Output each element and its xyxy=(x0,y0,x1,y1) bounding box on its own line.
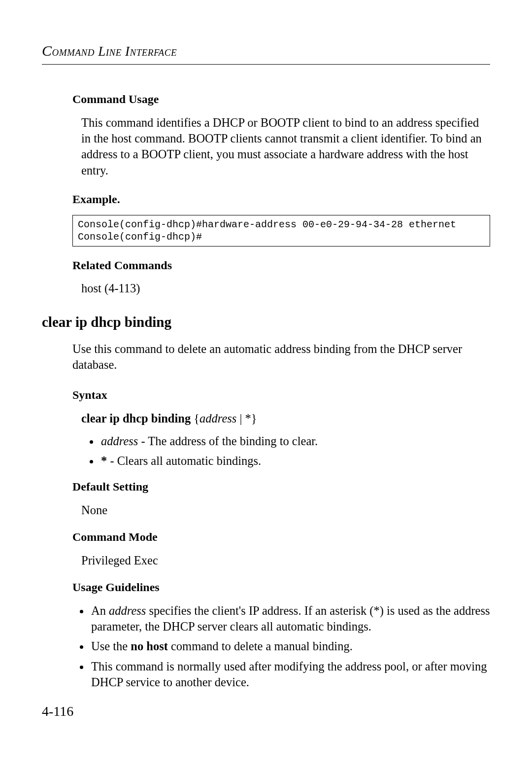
list-item: * - Clears all automatic bindings. xyxy=(100,453,490,469)
syntax-args-post: | *} xyxy=(236,412,257,425)
default-setting-heading: Default Setting xyxy=(72,479,490,495)
page-number: 4-116 xyxy=(42,702,73,721)
bullet-post: specifies the client's IP address. If an… xyxy=(91,604,490,633)
usage-bullets: An address specifies the client's IP add… xyxy=(78,603,490,691)
command-usage-body: This command identifies a DHCP or BOOTP … xyxy=(81,115,490,178)
command-intro: Use this command to delete an automatic … xyxy=(72,341,490,373)
bullet-pre: An xyxy=(91,604,109,617)
bullet-bold: no host xyxy=(131,639,168,653)
usage-guidelines-heading: Usage Guidelines xyxy=(72,579,490,596)
command-mode-body: Privileged Exec xyxy=(81,553,490,568)
list-item: address - The address of the binding to … xyxy=(100,433,490,449)
syntax-bullets: address - The address of the binding to … xyxy=(88,433,490,469)
running-header: Command Line Interface xyxy=(42,40,490,61)
command-title: clear ip dhcp binding xyxy=(42,312,490,332)
bullet-em: address xyxy=(109,604,146,617)
syntax-command: clear ip dhcp binding xyxy=(81,412,191,425)
bullet-bold: * xyxy=(101,454,107,467)
command-mode-heading: Command Mode xyxy=(72,529,490,546)
bullet-rest: - Clears all automatic bindings. xyxy=(107,454,261,467)
list-item: This command is normally used after modi… xyxy=(90,659,490,691)
bullet-pre: This command is normally used after modi… xyxy=(91,660,487,689)
syntax-args-em: address xyxy=(200,412,236,425)
content: Command Usage This command identifies a … xyxy=(42,91,490,690)
default-setting-body: None xyxy=(81,502,490,518)
running-header-text: ommand Line Interface xyxy=(52,44,177,59)
syntax-heading: Syntax xyxy=(72,387,490,404)
example-heading: Example. xyxy=(72,191,490,208)
bullet-post: command to delete a manual binding. xyxy=(168,639,353,653)
list-item: An address specifies the client's IP add… xyxy=(90,603,490,635)
syntax-args-pre: { xyxy=(191,412,200,425)
list-item: Use the no host command to delete a manu… xyxy=(90,638,490,654)
header-rule xyxy=(42,64,490,65)
related-commands-heading: Related Commands xyxy=(72,257,490,274)
bullet-pre: Use the xyxy=(91,639,131,653)
command-usage-heading: Command Usage xyxy=(72,91,490,108)
bullet-em: address xyxy=(101,434,138,448)
example-code: Console(config-dhcp)#hardware-address 00… xyxy=(72,215,490,246)
related-commands-body: host (4-113) xyxy=(81,281,490,296)
page: Command Line Interface Command Usage Thi… xyxy=(0,0,532,730)
bullet-rest: - The address of the binding to clear. xyxy=(138,434,318,448)
syntax-line: clear ip dhcp binding {address | *} xyxy=(81,410,490,427)
